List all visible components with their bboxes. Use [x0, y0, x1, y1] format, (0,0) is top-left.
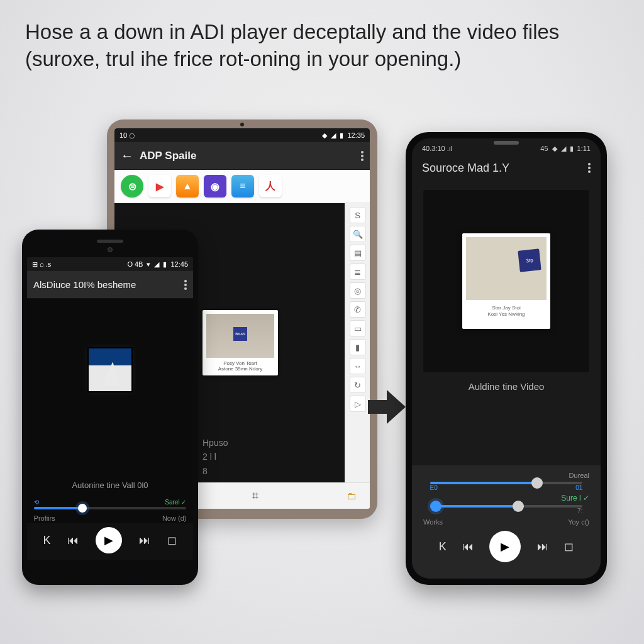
play-button[interactable]: ▶	[489, 531, 521, 562]
battery-icon: ▮	[340, 131, 343, 140]
skip-start-icon[interactable]: K	[43, 534, 50, 547]
signal-icon: ◢	[561, 145, 566, 153]
label-left[interactable]: Profiirs	[34, 514, 55, 522]
appbar-title: Souroce Mad 1.Y	[422, 162, 509, 175]
signal-icon: ◢	[154, 260, 159, 269]
wifi-icon: ◆	[322, 131, 327, 140]
phone-left-frame: ⊞ ⌂ .s O 4B ▾ ◢ ▮ 12:45 AlsDiuce 10I% be…	[22, 230, 198, 585]
seek1-thumb[interactable]	[531, 477, 543, 489]
seek2-fill	[430, 505, 519, 508]
headline: Hose a a down in ADI player deceptally a…	[25, 19, 619, 73]
more-icon[interactable]	[588, 163, 591, 173]
player-controls: K ⏮ ▶ ⏭ ◻	[27, 523, 193, 560]
list-icon[interactable]: ≣	[350, 264, 366, 280]
status-time: 1:11	[577, 145, 591, 152]
seek-right-label[interactable]: Sarel ✓	[165, 499, 186, 506]
app-media-icon[interactable]: ◉	[204, 175, 226, 197]
status-left: 10 ◌	[119, 131, 135, 140]
appbar-title: AlsDiuce 10I% besheme	[33, 279, 136, 290]
seek2-right: 7:	[577, 508, 582, 514]
more-icon[interactable]	[184, 280, 187, 290]
search-icon[interactable]: 🔍	[350, 226, 366, 242]
app-youtube-icon[interactable]: ▶	[148, 175, 171, 197]
folder-icon[interactable]: ▮	[350, 339, 366, 355]
arrow-icon	[368, 390, 406, 424]
notch-icon	[494, 141, 519, 145]
status-extra: 45	[540, 145, 548, 152]
phone-icon[interactable]: ✆	[350, 301, 366, 318]
phone2-appbar: Souroce Mad 1.Y	[412, 156, 601, 184]
seek-fill	[34, 507, 83, 509]
phone-right-frame: 40.3:10 .ıl 45 ◆ ◢ ▮ 1:11 Souroce Mad 1.…	[406, 132, 607, 585]
repeat-icon[interactable]: ◻	[564, 540, 574, 553]
seek-bar-2[interactable]	[430, 505, 583, 508]
prev-icon[interactable]: ⏮	[462, 540, 474, 553]
tablet-camera-icon	[240, 123, 244, 126]
link-icon[interactable]: ↔	[350, 358, 366, 374]
skip-start-icon[interactable]: K	[439, 540, 447, 553]
info-l3: 8	[203, 464, 228, 478]
phone1-appbar: AlsDiuce 10I% besheme	[27, 271, 193, 299]
earpiece-icon	[97, 240, 123, 243]
app-board-icon[interactable]: ≡	[231, 175, 254, 197]
label-right[interactable]: Yoy c()	[568, 518, 589, 526]
seek1-left: E0	[430, 484, 438, 491]
label-right[interactable]: Now (d)	[162, 514, 187, 522]
front-camera-icon	[108, 247, 113, 252]
headline-line2: (suroxe, trul ihe frice rot-oning in you…	[25, 47, 461, 70]
album-area: 3tp Star Jay Stoi Kosi Yes Nwking	[423, 190, 589, 372]
appbar-title: ADP Spaile	[140, 150, 196, 162]
refresh-icon[interactable]: ↻	[350, 377, 366, 393]
wifi-icon: ▾	[147, 260, 150, 269]
doc-icon[interactable]: ▤	[350, 245, 366, 261]
card-cap1: Star Jay Stoi	[466, 305, 547, 311]
camera-icon[interactable]: ▭	[350, 320, 366, 336]
bulb-icon[interactable]: ◎	[350, 282, 366, 299]
thumb-cap1: Posy Von Teart	[206, 360, 274, 366]
sure-label[interactable]: Sure l ✓	[423, 494, 589, 502]
battery-icon: ▮	[163, 260, 167, 269]
next-icon[interactable]: ⏭	[139, 534, 150, 547]
seek2-thumb-b[interactable]	[513, 501, 524, 512]
seek-bar-1[interactable]	[430, 482, 583, 484]
status-mid: O 4B	[127, 260, 143, 268]
seek2-area: 7:	[430, 505, 583, 514]
album-art[interactable]	[87, 347, 133, 392]
tablet-info-block: Hpuso 2 l l 8	[203, 436, 228, 478]
play-button[interactable]: ▶	[96, 527, 122, 553]
back-icon[interactable]: ←	[121, 148, 133, 163]
seek-left-label[interactable]: ⟲	[34, 499, 39, 506]
more-icon[interactable]	[361, 151, 364, 161]
tablet-appbar: ← ADP Spaile	[114, 142, 370, 170]
pin-icon[interactable]: ▷	[350, 396, 366, 412]
card-cap2: Kosi Yes Nwking	[466, 311, 547, 318]
app-shortcut-row: ⊜ ▶ ▲ ◉ ≡ 人	[114, 170, 370, 203]
bluetooth-icon[interactable]: ⌗	[252, 489, 259, 502]
status-time: 12:45	[170, 260, 188, 268]
phone1-player: Autonine tine Vall 0l0 ⟲ Sarel ✓ Profiir…	[27, 299, 193, 560]
album-card[interactable]: 3tp Star Jay Stoi Kosi Yes Nwking	[462, 233, 550, 330]
app-spotify-icon[interactable]: ⊜	[121, 175, 143, 197]
media-thumbnail-card[interactable]: BKAS Posy Von Teart Astone 35mn Ndory	[203, 310, 278, 375]
tablet-statusbar: 10 ◌ ◆ ◢ ▮ 12:35	[114, 128, 370, 142]
wifi-icon: ◆	[552, 145, 557, 153]
info-l1: Hpuso	[203, 436, 228, 450]
util-row: Profiirs Now (d)	[34, 514, 187, 522]
seek1-fill	[430, 482, 537, 484]
status-left: 40.3:10 .ıl	[422, 145, 452, 152]
seek-thumb[interactable]	[78, 504, 87, 513]
player-controls: K ⏮ ▶ ⏭ ◻	[423, 527, 589, 569]
note-icon[interactable]: 🗀	[347, 491, 357, 502]
seek-bar[interactable]	[34, 507, 187, 509]
label-left[interactable]: Works	[423, 518, 443, 526]
battery-icon: ▮	[570, 145, 574, 153]
signal-icon: ◢	[331, 131, 336, 140]
repeat-icon[interactable]: ◻	[167, 533, 177, 547]
prev-icon[interactable]: ⏮	[67, 534, 79, 547]
phone1-statusbar: ⊞ ⌂ .s O 4B ▾ ◢ ▮ 12:45	[27, 257, 193, 271]
app-warn-icon[interactable]: ▲	[176, 175, 199, 197]
util-row: Works Yoy c()	[423, 518, 589, 526]
sb-s-icon[interactable]: S	[350, 207, 366, 223]
app-pdf-icon[interactable]: 人	[259, 175, 282, 197]
next-icon[interactable]: ⏭	[537, 540, 548, 553]
